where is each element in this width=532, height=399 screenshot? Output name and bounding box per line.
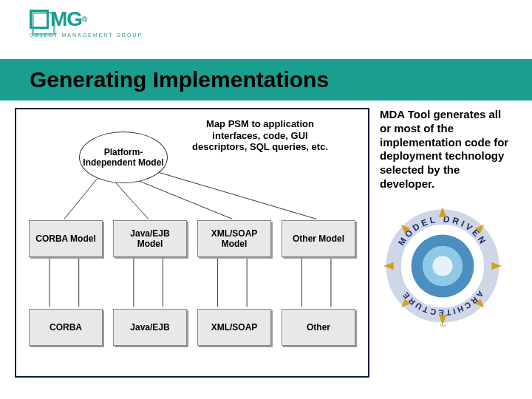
slide-title: Generating Implementations — [30, 67, 329, 92]
logo-subtitle: OBJECT MANAGEMENT GROUP — [30, 33, 143, 38]
description-text: MDA Tool generates all or most of the im… — [380, 108, 510, 191]
svg-text:TM: TM — [440, 324, 446, 328]
psm-box-other: Other Model — [282, 220, 355, 257]
impl-box-corba: CORBA — [29, 309, 103, 346]
right-column: MDA Tool generates all or most of the im… — [369, 108, 517, 396]
logo-text: MG — [50, 7, 82, 31]
pim-node: Platform-Independent Model — [79, 132, 168, 183]
impl-box-javaejb: Java/EJB — [113, 309, 187, 346]
logo-mark: MG® — [30, 7, 86, 31]
svg-point-17 — [432, 256, 452, 276]
content: Platform-Independent Model Map PSM to ap… — [0, 100, 532, 396]
diagram-panel: Platform-Independent Model Map PSM to ap… — [15, 108, 369, 378]
mda-logo-icon: MODEL DRIVEN ARCHITECTURE TM — [380, 203, 505, 329]
map-description: Map PSM to application interfaces, code,… — [186, 118, 334, 153]
impl-row: CORBA Java/EJB XML/SOAP Other — [16, 309, 368, 346]
impl-box-xmlsoap: XML/SOAP — [197, 309, 271, 346]
title-bar: Generating Implementations — [0, 59, 532, 100]
psm-box-xmlsoap: XML/SOAP Model — [197, 220, 271, 257]
header: MG® OBJECT MANAGEMENT GROUP — [0, 0, 532, 59]
psm-row: CORBA Model Java/EJB Model XML/SOAP Mode… — [16, 220, 368, 257]
svg-line-1 — [115, 183, 149, 219]
omg-logo: MG® OBJECT MANAGEMENT GROUP — [30, 7, 502, 38]
psm-box-javaejb: Java/EJB Model — [113, 220, 187, 257]
svg-line-2 — [134, 179, 233, 219]
svg-line-3 — [149, 169, 316, 219]
psm-box-corba: CORBA Model — [29, 220, 103, 257]
impl-box-other: Other — [282, 309, 355, 346]
svg-line-0 — [64, 179, 98, 219]
